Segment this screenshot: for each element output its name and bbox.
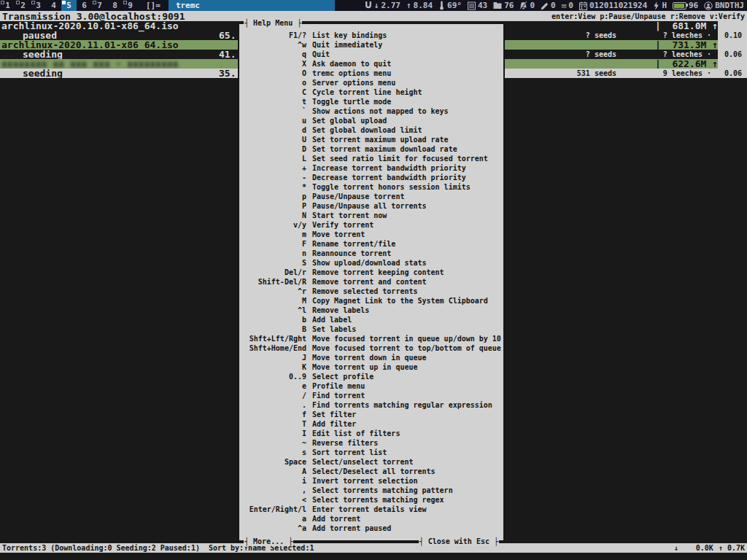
mail-value: 0 bbox=[568, 0, 573, 11]
ratio-column: 0.100.060.06 bbox=[718, 21, 747, 78]
memory-stat: 43 bbox=[468, 0, 487, 11]
help-item-key: i bbox=[239, 476, 306, 486]
power-stat: H bbox=[653, 0, 667, 11]
help-item: ^aAdd torrent paused bbox=[239, 524, 503, 533]
tremc-header-bar: Transmission 3.00@localhost:9091 enter:V… bbox=[0, 11, 747, 21]
help-item: *Toggle torrent honors session limits bbox=[239, 182, 503, 192]
screen: 123456789 []= tremc ↓ 2.77 ↑ 8.84 69° 43 bbox=[0, 0, 747, 560]
torrent-seeds: ? seeds bbox=[522, 31, 616, 40]
torrent-status: seeding bbox=[23, 69, 63, 78]
help-item-description: Select torrents matching pattern bbox=[312, 486, 453, 495]
help-item: qQuit bbox=[239, 50, 503, 59]
help-item-description: Remove selected torrents bbox=[312, 287, 418, 296]
torrent-ratio: 0.06 bbox=[719, 50, 742, 59]
torrent-leeches: 9 leeches bbox=[624, 69, 711, 78]
help-item-description: Move focused torrent to top/bottom of qu… bbox=[312, 343, 501, 353]
help-item-key: m bbox=[239, 230, 306, 239]
torrent-ratio: 0.06 bbox=[719, 69, 742, 78]
workspace-tags: 123456789 bbox=[0, 0, 138, 11]
torrent-ratio: 0.10 bbox=[719, 31, 742, 40]
help-item: IEdit list of filters bbox=[239, 429, 503, 438]
torrents-summary: Torrents:3 (Downloading:0 Seeding:2 Paus… bbox=[2, 543, 200, 553]
tag-label: 5 bbox=[66, 1, 71, 10]
tag-label: 4 bbox=[51, 1, 56, 10]
help-item: 0..9Select profile bbox=[239, 372, 503, 381]
help-item-description: Sort torrent list bbox=[312, 448, 387, 457]
help-item: MCopy Magnet Link to the System Clipboar… bbox=[239, 296, 503, 306]
workspace-tag-4[interactable]: 4 bbox=[46, 0, 61, 11]
tag-label: 8 bbox=[112, 1, 117, 10]
help-item-description: Profile menu bbox=[312, 381, 365, 391]
dialog-close-label[interactable]: Close with Esc bbox=[419, 537, 499, 546]
tag-label: 7 bbox=[97, 1, 102, 10]
torrent-size: 681.0M bbox=[655, 21, 718, 31]
help-item-key: q bbox=[239, 50, 306, 59]
help-item-description: Find torrents matching regular expressio… bbox=[312, 400, 492, 410]
help-item: nReannounce torrent bbox=[239, 249, 503, 258]
help-item: SpaceSelect/unselect torrent bbox=[239, 457, 503, 467]
help-item: iInvert torrent selection bbox=[239, 476, 503, 486]
help-item: uSet global upload bbox=[239, 116, 503, 125]
help-item-key: I bbox=[239, 429, 306, 438]
help-item: ASelect/Deselect all torrents bbox=[239, 467, 503, 476]
workspace-tag-5[interactable]: 5 bbox=[61, 0, 77, 11]
temperature-value: 69° bbox=[447, 0, 462, 11]
help-item: Shft+Home/EndMove focused torrent to top… bbox=[239, 343, 503, 353]
help-item-description: Select profile bbox=[312, 372, 374, 381]
help-item: fSet filter bbox=[239, 410, 503, 419]
keybind-hints: enter:View p:Pause/Unpause r:Remove v:Ve… bbox=[551, 12, 745, 20]
help-item-key: Enter/Right/l bbox=[239, 505, 306, 514]
workspace-tag-9[interactable]: 9 bbox=[123, 0, 138, 11]
layout-symbol[interactable]: []= bbox=[138, 0, 169, 11]
network-download-stat: ↓ 2.77 bbox=[365, 0, 400, 11]
help-item-description: Select/Deselect all torrents bbox=[312, 467, 436, 476]
battery-value: 96 bbox=[689, 0, 698, 11]
help-item-key: s bbox=[239, 448, 306, 457]
help-item-key: K bbox=[239, 362, 306, 372]
help-item-key: ^a bbox=[239, 524, 306, 533]
help-item-description: Move torrent bbox=[312, 230, 365, 239]
torrent-size: 622.6M bbox=[655, 59, 718, 69]
help-item-key: B bbox=[239, 324, 306, 334]
help-item-description: Edit list of filters bbox=[312, 429, 400, 438]
workspace-tag-3[interactable]: 3 bbox=[31, 0, 46, 11]
help-item-description: Quit immediately bbox=[312, 40, 382, 50]
help-item: oServer options menu bbox=[239, 78, 503, 88]
help-item-description: Cycle torrent line height bbox=[312, 88, 422, 97]
tag-label: 3 bbox=[36, 1, 41, 10]
workspace-tag-6[interactable]: 6 bbox=[77, 0, 92, 11]
notifications-stat: 0 bbox=[519, 0, 535, 11]
network-upload-stat: ↑ 8.84 bbox=[406, 0, 433, 11]
torrent-progress: 35. bbox=[219, 69, 236, 78]
upload-arrow-icon: ↑ bbox=[406, 0, 411, 11]
help-item-description: Add filter bbox=[312, 419, 356, 429]
help-item-description: List key bindings bbox=[312, 31, 387, 40]
help-item: <Select torrents matching regex bbox=[239, 495, 503, 505]
help-item-description: Add label bbox=[312, 315, 352, 324]
help-item-key: , bbox=[239, 486, 306, 495]
help-item: +Increase torrent bandwidth priority bbox=[239, 163, 503, 173]
help-item-description: Copy Magnet Link to the System Clipboard bbox=[312, 296, 488, 306]
help-item: v/yVerify torrent bbox=[239, 220, 503, 230]
help-item-key: + bbox=[239, 163, 306, 173]
help-item-key: ^l bbox=[239, 306, 306, 315]
help-item-key: 0..9 bbox=[239, 372, 306, 381]
dialog-more-label[interactable]: More... bbox=[244, 537, 293, 546]
help-item-description: Move torrent up in queue bbox=[312, 362, 418, 372]
help-item-key: ^r bbox=[239, 287, 306, 296]
help-item-description: Enter torrent details view bbox=[312, 505, 427, 514]
workspace-tag-1[interactable]: 1 bbox=[0, 0, 15, 11]
workspace-tag-7[interactable]: 7 bbox=[92, 0, 107, 11]
desktop-status-bar: 123456789 []= tremc ↓ 2.77 ↑ 8.84 69° 43 bbox=[0, 0, 747, 11]
help-item-description: Set labels bbox=[312, 324, 356, 334]
mail-stat: ✉ 0 bbox=[562, 0, 573, 11]
help-item: mMove torrent bbox=[239, 230, 503, 239]
help-item-key: u bbox=[239, 116, 306, 125]
workspace-tag-2[interactable]: 2 bbox=[15, 0, 31, 11]
help-item: F1/?List key bindings bbox=[239, 31, 503, 40]
help-item: LSet seed ratio limit for focused torren… bbox=[239, 154, 503, 163]
workspace-tag-8[interactable]: 8 bbox=[107, 0, 123, 11]
help-item-description: Set filter bbox=[312, 410, 356, 419]
help-item-description: Ask daemon to quit bbox=[312, 59, 391, 69]
help-item-key: v/y bbox=[239, 220, 306, 230]
